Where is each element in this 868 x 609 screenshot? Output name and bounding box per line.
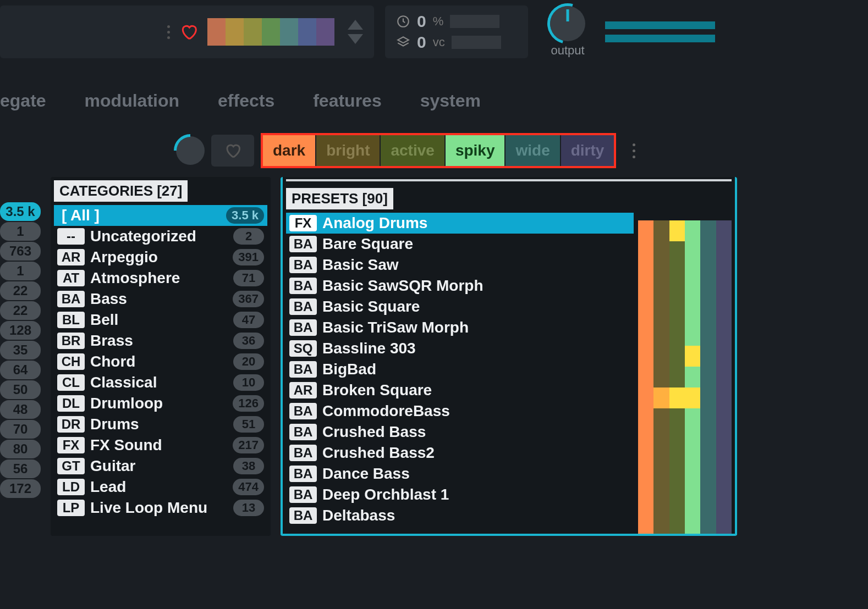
preset-tag: BA xyxy=(289,466,317,482)
layers-icon xyxy=(396,35,410,49)
category-tag: FX xyxy=(57,437,85,453)
tag-dirty[interactable]: dirty xyxy=(561,135,614,166)
category-row[interactable]: BABass367 xyxy=(54,289,267,309)
category-name: Lead xyxy=(90,478,126,496)
category-name: Arpeggio xyxy=(90,248,158,266)
preset-tag: FX xyxy=(289,215,317,231)
category-tag: LD xyxy=(57,479,85,495)
tag-wide[interactable]: wide xyxy=(506,135,559,166)
category-row[interactable]: DRDrums51 xyxy=(54,414,267,435)
presets-list: FXAnalog DrumsBABare SquareBABasic SawBA… xyxy=(286,213,634,534)
category-row[interactable]: [ All ]3.5 k xyxy=(54,205,267,226)
preset-tag: BA xyxy=(289,278,317,294)
preset-name: BigBad xyxy=(322,361,376,378)
preset-row[interactable]: BABasic TriSaw Morph xyxy=(286,317,634,338)
tag-dark[interactable]: dark xyxy=(263,135,315,166)
side-count: 128 xyxy=(0,321,41,340)
nav-features[interactable]: features xyxy=(313,91,382,111)
preset-row[interactable]: BACommodoreBass xyxy=(286,401,634,422)
category-name: Uncategorized xyxy=(90,228,196,245)
category-row[interactable]: LPLive Loop Menu13 xyxy=(54,497,267,518)
nav-system[interactable]: system xyxy=(420,91,481,111)
preset-row[interactable]: BACrushed Bass xyxy=(286,422,634,442)
category-tag: DL xyxy=(57,395,85,412)
cpu-row: 0% xyxy=(396,12,499,31)
output-label: output xyxy=(551,43,584,58)
preset-stepper[interactable] xyxy=(348,20,363,44)
preset-row[interactable]: BABasic Saw xyxy=(286,254,634,275)
side-count: 172 xyxy=(0,479,41,498)
preset-row[interactable]: BADance Bass xyxy=(286,463,634,484)
preset-row[interactable]: BADeltabass xyxy=(286,505,634,526)
category-count: 474 xyxy=(233,479,264,495)
category-name: [ All ] xyxy=(57,207,100,224)
output-knob[interactable] xyxy=(550,6,585,41)
heart-icon xyxy=(223,142,242,159)
category-name: Bass xyxy=(90,290,127,308)
preset-name: Basic SawSQR Morph xyxy=(322,277,484,295)
preset-row[interactable]: ARBroken Square xyxy=(286,380,634,401)
category-tag: BR xyxy=(57,333,85,349)
category-name: Brass xyxy=(90,332,133,350)
preset-row[interactable]: BADeep Orchblast 1 xyxy=(286,484,634,505)
preset-name: Broken Square xyxy=(322,381,432,399)
category-tag: CL xyxy=(57,374,85,391)
favorite-icon[interactable] xyxy=(179,23,199,41)
category-row[interactable]: BRBrass36 xyxy=(54,330,267,351)
preset-row[interactable]: BACrushed Bass2 xyxy=(286,442,634,463)
side-count: 48 xyxy=(0,400,41,419)
top-bar: 0% 0vc output xyxy=(0,0,868,63)
category-row[interactable]: GTGuitar38 xyxy=(54,456,267,477)
preset-tag: SQ xyxy=(289,340,317,357)
preset-row[interactable]: SQBassline 303 xyxy=(286,338,634,359)
category-row[interactable]: FXFX Sound217 xyxy=(54,435,267,456)
output-panel: output xyxy=(539,5,726,58)
preset-row[interactable]: BABasic Square xyxy=(286,296,634,317)
category-row[interactable]: ATAtmosphere71 xyxy=(54,268,267,289)
nav-egate[interactable]: egate xyxy=(0,91,46,111)
voices-row: 0vc xyxy=(396,33,501,52)
preset-row[interactable]: BABasic SawSQR Morph xyxy=(286,275,634,296)
side-count: 763 xyxy=(0,242,41,261)
category-tag: BL xyxy=(57,312,85,328)
category-tag: -- xyxy=(57,228,85,245)
side-count: 50 xyxy=(0,380,41,399)
preset-name: Deep Orchblast 1 xyxy=(322,486,449,503)
nav-effects[interactable]: effects xyxy=(218,91,274,111)
performance-panel: 0% 0vc xyxy=(385,5,528,58)
main-area: 3.5 k17631222212835645048708056172 CATEG… xyxy=(0,177,868,536)
category-row[interactable]: CHChord20 xyxy=(54,351,267,372)
category-count: 38 xyxy=(233,458,264,474)
side-count-column: 3.5 k17631222212835645048708056172 xyxy=(0,177,41,536)
chevron-up-icon[interactable] xyxy=(348,20,363,30)
category-count: 367 xyxy=(233,291,264,307)
drag-handle-icon[interactable] xyxy=(167,25,170,39)
chevron-down-icon[interactable] xyxy=(348,34,363,44)
nav-modulation[interactable]: modulation xyxy=(85,91,179,111)
preset-tag: BA xyxy=(289,257,317,273)
preset-name: Crushed Bass2 xyxy=(322,444,435,462)
category-tag: BA xyxy=(57,291,85,307)
favorites-filter-button[interactable] xyxy=(211,135,254,167)
category-row[interactable]: DLDrumloop126 xyxy=(54,393,267,414)
category-row[interactable]: LDLead474 xyxy=(54,477,267,497)
filter-knob[interactable] xyxy=(176,136,205,165)
preset-row[interactable]: BABare Square xyxy=(286,234,634,254)
category-row[interactable]: BLBell47 xyxy=(54,309,267,330)
category-tag: CH xyxy=(57,353,85,370)
category-count: 47 xyxy=(233,312,264,328)
side-count: 22 xyxy=(0,301,41,320)
tag-bright[interactable]: bright xyxy=(316,135,380,166)
preset-color-strip xyxy=(207,18,334,46)
tag-active[interactable]: active xyxy=(381,135,444,166)
character-tags: darkbrightactivespikywidedirty xyxy=(261,133,616,168)
preset-row[interactable]: BABigBad xyxy=(286,359,634,380)
category-row[interactable]: CLClassical10 xyxy=(54,372,267,393)
category-row[interactable]: --Uncategorized2 xyxy=(54,226,267,247)
preset-tag: BA xyxy=(289,236,317,252)
more-options-icon[interactable] xyxy=(633,143,635,158)
preset-row[interactable]: FXAnalog Drums xyxy=(286,213,634,234)
preset-name: Crushed Bass xyxy=(322,423,426,441)
tag-spiky[interactable]: spiky xyxy=(446,135,505,166)
category-row[interactable]: ARArpeggio391 xyxy=(54,247,267,268)
